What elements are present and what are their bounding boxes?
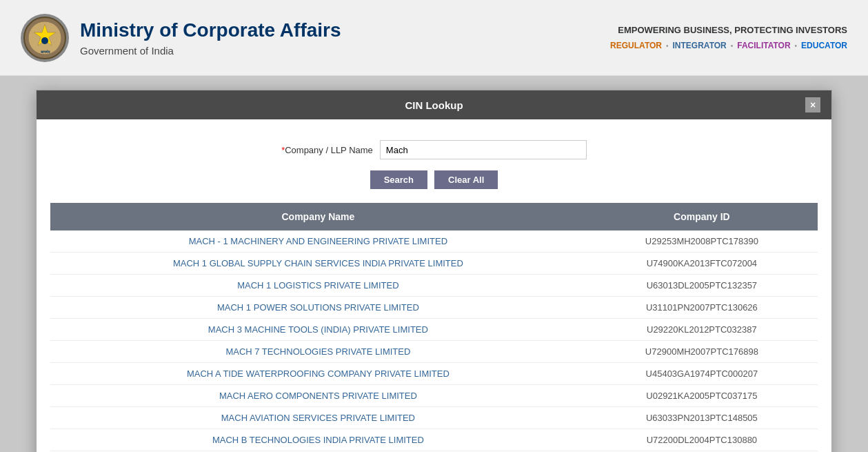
company-id-cell: U63013DL2005PTC132357 — [586, 275, 818, 297]
company-name-link[interactable]: MACH - 1 MACHINERY AND ENGINEERING PRIVA… — [189, 236, 447, 246]
nav-integrator[interactable]: INTEGRATOR — [673, 41, 727, 50]
button-row: Search Clear All — [50, 170, 818, 189]
nav-educator[interactable]: EDUCATOR — [801, 41, 847, 50]
cin-lookup-dialog: CIN Lookup × *Company / LLP Name Search … — [36, 90, 832, 452]
company-name-cell[interactable]: MACH A TIDE WATERPROOFING COMPANY PRIVAT… — [50, 363, 586, 385]
close-button[interactable]: × — [805, 97, 820, 112]
header-right: EMPOWERING BUSINESS, PROTECTING INVESTOR… — [610, 25, 847, 50]
company-name-cell[interactable]: MACH 1 GLOBAL SUPPLY CHAIN SERVICES INDI… — [50, 253, 586, 275]
company-id-cell: U02921KA2005PTC037175 — [586, 385, 818, 407]
company-name-cell[interactable]: MACH 1 LOGISTICS PRIVATE LIMITED — [50, 275, 586, 297]
table-header-row: Company Name Company ID — [50, 203, 818, 230]
company-name-link[interactable]: MACH 1 GLOBAL SUPPLY CHAIN SERVICES INDI… — [173, 258, 463, 268]
company-id-cell: U74900KA2013FTC072004 — [586, 253, 818, 275]
dialog-header: CIN Lookup × — [37, 90, 831, 119]
header: सत्यमेव Ministry of Corporate Affairs Go… — [0, 0, 868, 76]
tagline: EMPOWERING BUSINESS, PROTECTING INVESTOR… — [610, 25, 847, 35]
company-id-cell: U72900MH2007PTC176898 — [586, 341, 818, 363]
label-text: Company / LLP Name — [285, 145, 373, 155]
search-button[interactable]: Search — [370, 170, 427, 189]
dot-2: • — [731, 42, 734, 50]
main-content: CIN Lookup × *Company / LLP Name Search … — [0, 76, 868, 452]
table-row: MACH 3 MACHINE TOOLS (INDIA) PRIVATE LIM… — [50, 319, 818, 341]
company-name-cell[interactable]: MACH 7 TECHNOLOGIES PRIVATE LIMITED — [50, 341, 586, 363]
nav-regulator[interactable]: REGULATOR — [610, 41, 662, 50]
table-row: MACH AERO COMPONENTS PRIVATE LIMITEDU029… — [50, 385, 818, 407]
table-row: MACH B TECHNOLOGIES INDIA PRIVATE LIMITE… — [50, 429, 818, 451]
company-name-link[interactable]: MACH 1 LOGISTICS PRIVATE LIMITED — [237, 280, 398, 291]
company-name-link[interactable]: MACH AVIATION SERVICES PRIVATE LIMITED — [221, 413, 415, 423]
company-name-cell[interactable]: MACH AERO COMPONENTS PRIVATE LIMITED — [50, 385, 586, 407]
dot-3: • — [795, 42, 798, 50]
company-label: *Company / LLP Name — [281, 145, 373, 155]
col-company-name: Company Name — [50, 203, 586, 230]
company-name-cell[interactable]: MACH B TECHNOLOGIES INDIA PRIVATE LIMITE… — [50, 429, 586, 451]
nav-facilitator[interactable]: FACILITATOR — [737, 41, 790, 50]
company-name-link[interactable]: MACH A TIDE WATERPROOFING COMPANY PRIVAT… — [187, 369, 450, 379]
dot-1: • — [666, 42, 669, 50]
header-left: सत्यमेव Ministry of Corporate Affairs Go… — [21, 14, 341, 62]
company-name-link[interactable]: MACH AERO COMPONENTS PRIVATE LIMITED — [219, 391, 417, 401]
dialog-body: *Company / LLP Name Search Clear All Com… — [37, 119, 831, 452]
table-row: MACH 7 TECHNOLOGIES PRIVATE LIMITEDU7290… — [50, 341, 818, 363]
company-name-cell[interactable]: MACH AVIATION SERVICES PRIVATE LIMITED — [50, 407, 586, 429]
company-name-cell[interactable]: MACH 3 MACHINE TOOLS (INDIA) PRIVATE LIM… — [50, 319, 586, 341]
org-name: Ministry of Corporate Affairs — [80, 19, 341, 42]
company-name-link[interactable]: MACH 1 POWER SOLUTIONS PRIVATE LIMITED — [217, 302, 419, 313]
company-id-cell: U29253MH2008PTC178390 — [586, 230, 818, 253]
table-row: MACH 1 LOGISTICS PRIVATE LIMITEDU63013DL… — [50, 275, 818, 297]
table-row: MACH 1 GLOBAL SUPPLY CHAIN SERVICES INDI… — [50, 253, 818, 275]
company-name-cell[interactable]: MACH 1 POWER SOLUTIONS PRIVATE LIMITED — [50, 297, 586, 319]
company-id-cell: U45403GA1974PTC000207 — [586, 363, 818, 385]
form-row: *Company / LLP Name — [50, 140, 818, 159]
svg-point-3 — [41, 37, 48, 44]
company-name-cell[interactable]: MACH - 1 MACHINERY AND ENGINEERING PRIVA… — [50, 230, 586, 253]
clear-all-button[interactable]: Clear All — [434, 170, 498, 189]
table-row: MACH 1 POWER SOLUTIONS PRIVATE LIMITEDU3… — [50, 297, 818, 319]
nav-links: REGULATOR • INTEGRATOR • FACILITATOR • E… — [610, 41, 847, 50]
table-row: MACH A TIDE WATERPROOFING COMPANY PRIVAT… — [50, 363, 818, 385]
dialog-title: CIN Lookup — [63, 99, 805, 111]
company-id-cell: U29220KL2012PTC032387 — [586, 319, 818, 341]
company-name-input[interactable] — [380, 140, 587, 159]
company-name-link[interactable]: MACH B TECHNOLOGIES INDIA PRIVATE LIMITE… — [212, 435, 424, 445]
col-company-id: Company ID — [586, 203, 818, 230]
company-id-cell: U72200DL2004PTC130880 — [586, 429, 818, 451]
company-name-link[interactable]: MACH 3 MACHINE TOOLS (INDIA) PRIVATE LIM… — [208, 324, 428, 335]
company-name-link[interactable]: MACH 7 TECHNOLOGIES PRIVATE LIMITED — [225, 346, 410, 357]
header-title: Ministry of Corporate Affairs Government… — [80, 19, 341, 57]
table-row: MACH AVIATION SERVICES PRIVATE LIMITEDU6… — [50, 407, 818, 429]
company-id-cell: U63033PN2013PTC148505 — [586, 407, 818, 429]
svg-text:सत्यमेव: सत्यमेव — [40, 50, 50, 54]
company-id-cell: U31101PN2007PTC130626 — [586, 297, 818, 319]
table-row: MACH - 1 MACHINERY AND ENGINEERING PRIVA… — [50, 230, 818, 253]
gov-name: Government of India — [80, 45, 341, 57]
org-logo: सत्यमेव — [21, 14, 69, 62]
result-table: Company Name Company ID MACH - 1 MACHINE… — [50, 203, 818, 451]
